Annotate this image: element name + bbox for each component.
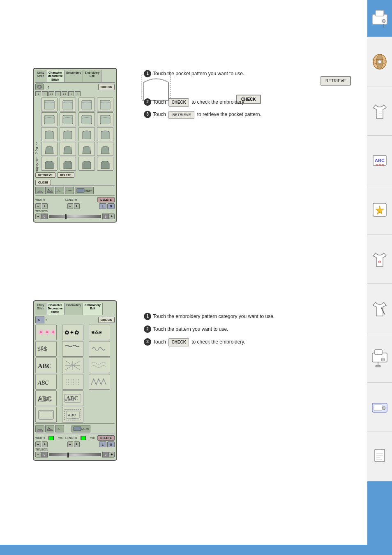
delete-btn-right[interactable]: DELETE xyxy=(97,197,115,202)
pocket-item-6[interactable] xyxy=(60,112,76,126)
embr-abc-block[interactable]: ABC xyxy=(35,358,57,373)
memory-icon-b[interactable]: MEMORY xyxy=(71,425,90,432)
sidebar-tab-star[interactable] xyxy=(367,185,392,235)
lcd-tab-character[interactable]: CharacterDecorativeStitch xyxy=(46,70,65,82)
embr-floral-3[interactable]: ❀⁂❀ xyxy=(89,325,110,340)
width-minus[interactable]: − xyxy=(35,203,41,209)
bottom-icon-b2[interactable] xyxy=(45,425,54,432)
bottom-icon-b1[interactable] xyxy=(35,425,44,432)
retrieve-button-top[interactable]: RETRIEVE xyxy=(35,172,55,178)
sidebar-tab-document[interactable] xyxy=(367,432,392,481)
width-plus-b[interactable]: + xyxy=(42,441,48,447)
embr-s-1[interactable]: $§$ xyxy=(35,341,57,357)
sidebar-tab-abc[interactable]: ABC ✿✿✿ xyxy=(367,136,392,185)
stitch-icon-4[interactable]: ⊥ xyxy=(55,91,61,96)
pocket-item-18[interactable] xyxy=(60,157,76,171)
pocket-item-19[interactable] xyxy=(78,157,95,171)
lcd-tab-edit[interactable]: EmbroideryEdit xyxy=(83,70,101,82)
pocket-item-13[interactable] xyxy=(41,142,58,156)
step-3-row: 3 Touch RETRIEVE to retrieve the pocket … xyxy=(144,111,345,118)
bottom-icon-3[interactable]: ↕A xyxy=(55,187,64,194)
length-minus[interactable]: − xyxy=(67,203,73,209)
pocket-item-15[interactable] xyxy=(78,142,95,156)
width-plus[interactable]: + xyxy=(42,203,48,209)
tension-min-b: 0 xyxy=(41,452,48,457)
embr-zigzag[interactable] xyxy=(89,374,110,390)
embr-crosshatch[interactable] xyxy=(62,358,83,373)
lcd-tab-utility[interactable]: UtilityStitch xyxy=(35,70,46,82)
length-plus[interactable]: + xyxy=(74,203,80,209)
lcd-tab-embroidery-b[interactable]: Embroidery xyxy=(65,303,83,315)
pocket-item-1[interactable] xyxy=(41,98,58,111)
lcd-tab-embroidery[interactable]: Embroidery xyxy=(65,70,83,82)
bottom-icon-2[interactable] xyxy=(45,187,54,194)
delete-button-top[interactable]: DELETE xyxy=(57,172,74,178)
stitch-icon-6[interactable]: ⊥ xyxy=(68,91,74,96)
check-button-top[interactable]: CHECK xyxy=(98,84,115,90)
pocket-item-9[interactable] xyxy=(41,127,58,141)
embr-abc-italic[interactable]: ABC xyxy=(35,374,57,390)
pocket-item-10[interactable] xyxy=(60,127,76,141)
sidebar-tab-tshirt2[interactable]: ✿ xyxy=(367,235,392,284)
embr-s-2[interactable] xyxy=(62,341,83,357)
embr-wave[interactable] xyxy=(89,358,110,373)
stitch-icon-5[interactable]: ⊥⊥ xyxy=(62,91,67,96)
pocket-item-2[interactable] xyxy=(60,98,76,111)
l-btn-b[interactable]: L xyxy=(99,441,106,447)
width-minus-b[interactable]: − xyxy=(35,441,41,447)
pocket-item-20[interactable] xyxy=(97,157,113,171)
pocket-item-17[interactable] xyxy=(41,157,58,171)
pocket-item-11[interactable] xyxy=(78,127,95,141)
s-btn-b[interactable]: S xyxy=(107,441,115,447)
sidebar-tab-tshirt-pen[interactable] xyxy=(367,284,392,333)
embr-empty xyxy=(89,390,110,406)
sidebar-tab-shirt[interactable] xyxy=(367,86,392,136)
pocket-item-16[interactable] xyxy=(97,142,113,156)
sidebar-tab-thread[interactable] xyxy=(367,37,392,86)
pocket-item-5[interactable] xyxy=(41,112,58,126)
memory-icon[interactable]: MEMORY xyxy=(75,187,94,194)
sidebar-tab-sewing2[interactable] xyxy=(367,333,392,383)
length-minus-b[interactable]: − xyxy=(67,441,73,447)
tension-minus-b[interactable]: − xyxy=(35,452,41,457)
embr-floral-2[interactable]: ✿✦✿ xyxy=(62,325,83,340)
pocket-item-3[interactable] xyxy=(78,98,95,111)
delete-btn-b[interactable]: DELETE xyxy=(97,435,115,441)
pocket-item-14[interactable] xyxy=(60,142,76,156)
svg-text:ABC: ABC xyxy=(37,380,49,386)
pocket-item-12[interactable] xyxy=(97,127,113,141)
tension-plus[interactable]: + xyxy=(109,214,115,219)
tension-minus[interactable]: − xyxy=(35,214,41,219)
tension-plus-b[interactable]: + xyxy=(109,452,115,457)
sidebar-tab-bottom[interactable] xyxy=(367,481,392,555)
stitch-icon-2[interactable]: ⊥ xyxy=(42,91,48,96)
embr-s-3[interactable] xyxy=(89,341,110,357)
bottom-icon-1[interactable] xyxy=(35,187,44,194)
check-button-bottom[interactable]: CHECK xyxy=(98,317,115,323)
bottom-icon-4[interactable] xyxy=(65,187,74,194)
bottom-icon-b3[interactable]: ↕A xyxy=(55,425,64,432)
s-btn[interactable]: S xyxy=(107,203,115,209)
pocket-item-8[interactable] xyxy=(97,112,113,126)
embr-dotted[interactable] xyxy=(62,374,83,390)
embr-abc-outline[interactable]: ABC xyxy=(35,390,57,406)
length-plus-b[interactable]: + xyxy=(74,441,80,447)
width-label: WIDTH xyxy=(35,198,45,201)
embr-frame-2[interactable]: ABC ✿✿ xyxy=(62,407,83,423)
pocket-item-4[interactable] xyxy=(97,98,113,111)
stitch-icon-7[interactable]: ⊥ xyxy=(75,91,81,96)
embr-floral-1[interactable]: 🌸🌸🌸 xyxy=(35,325,57,340)
lcd-tab-edit-b[interactable]: EmbroideryEdit xyxy=(83,303,103,315)
star-icon xyxy=(371,197,389,222)
pocket-item-7[interactable] xyxy=(78,112,95,126)
lcd-tab-utility-b[interactable]: UtilityStitch xyxy=(35,303,46,315)
l-btn[interactable]: L xyxy=(99,203,106,209)
stitch-icon-1[interactable]: ⊥ xyxy=(35,91,41,96)
embr-abc-shadow[interactable]: ABC ✿✿✿ xyxy=(62,390,83,406)
embr-frame-1[interactable] xyxy=(35,407,57,423)
close-button[interactable]: CLOSE xyxy=(35,180,51,185)
sidebar-tab-top[interactable] xyxy=(367,0,392,37)
stitch-icon-3[interactable]: ⊥⊥ xyxy=(48,91,54,96)
sidebar-tab-machine3[interactable] xyxy=(367,383,392,432)
lcd-tab-character-b[interactable]: CharacterDecorativeStitch xyxy=(46,303,65,315)
